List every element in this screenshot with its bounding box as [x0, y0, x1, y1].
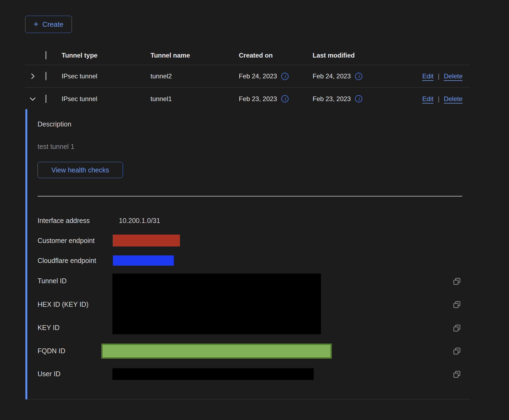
- copy-hex-id-button[interactable]: [453, 300, 461, 309]
- customer-endpoint-label: Customer endpoint: [38, 236, 95, 245]
- fqdn-id-redaction: [101, 344, 332, 359]
- delete-link[interactable]: Delete: [444, 95, 463, 103]
- section-divider: [38, 196, 462, 196]
- header-created-on: Created on: [239, 52, 313, 59]
- cell-last-modified: Feb 23, 2023: [313, 95, 351, 103]
- copy-icon: [453, 306, 461, 310]
- chevron-down-icon: [29, 95, 37, 103]
- user-id-redaction: [112, 368, 314, 380]
- copy-fqdn-id-button[interactable]: [453, 347, 461, 355]
- tunnels-table: Tunnel type Tunnel name Created on Last …: [25, 46, 470, 110]
- table-row: IPsec tunnel tunnel1 Feb 23, 2023 Feb 23…: [25, 88, 470, 110]
- create-button-label: Create: [42, 20, 63, 29]
- header-tunnel-type: Tunnel type: [62, 52, 150, 59]
- row-checkbox[interactable]: [45, 95, 46, 103]
- copy-icon: [453, 329, 461, 333]
- cell-tunnel-name: tunnel1: [150, 95, 239, 103]
- key-id-label: KEY ID: [38, 324, 60, 332]
- info-circle-icon[interactable]: [281, 73, 289, 80]
- info-circle-icon[interactable]: [355, 73, 362, 80]
- plus-icon: +: [34, 20, 39, 28]
- user-id-label: User ID: [38, 370, 61, 378]
- ipsec-tunnels-page: + Create Tunnel type Tunnel name Created…: [0, 0, 509, 420]
- cell-created-on: Feb 24, 2023: [239, 72, 277, 80]
- description-value: test tunnel 1: [38, 143, 74, 151]
- customer-endpoint-redaction: [113, 235, 180, 246]
- view-health-checks-button[interactable]: View health checks: [38, 162, 123, 178]
- table-header-row: Tunnel type Tunnel name Created on Last …: [25, 46, 470, 65]
- copy-tunnel-id-button[interactable]: [453, 277, 461, 286]
- collapse-row-button[interactable]: [25, 95, 45, 103]
- expand-row-button[interactable]: [25, 72, 45, 80]
- row-checkbox[interactable]: [45, 72, 46, 80]
- cell-tunnel-type: IPsec tunnel: [62, 95, 150, 103]
- chevron-right-icon: [29, 72, 37, 80]
- edit-link[interactable]: Edit: [422, 95, 433, 103]
- actions-separator: |: [438, 95, 439, 103]
- table-row: IPsec tunnel tunnel2 Feb 24, 2023 Feb 24…: [25, 65, 470, 88]
- cloudflare-endpoint-label: Cloudflare endpoint: [38, 256, 96, 265]
- tunnel-hex-key-id-redaction: [112, 274, 321, 334]
- info-circle-icon[interactable]: [281, 95, 289, 102]
- cell-tunnel-type: IPsec tunnel: [62, 72, 150, 80]
- delete-link[interactable]: Delete: [444, 72, 463, 80]
- interface-address-value: 10.200.1.0/31: [119, 216, 160, 225]
- cloudflare-endpoint-redaction: [113, 255, 174, 266]
- header-last-modified: Last modified: [313, 52, 416, 59]
- copy-icon: [453, 375, 461, 379]
- tunnel-details-panel: Description test tunnel 1 View health ch…: [25, 109, 470, 399]
- header-tunnel-name: Tunnel name: [150, 52, 239, 59]
- cell-last-modified: Feb 24, 2023: [313, 72, 351, 80]
- fqdn-id-label: FQDN ID: [38, 347, 65, 355]
- cell-created-on: Feb 23, 2023: [239, 95, 277, 103]
- hex-id-label: HEX ID (KEY ID): [38, 300, 88, 308]
- cell-tunnel-name: tunnel2: [150, 72, 239, 80]
- description-label: Description: [38, 120, 71, 128]
- info-circle-icon[interactable]: [355, 95, 362, 102]
- actions-separator: |: [438, 72, 439, 80]
- create-button[interactable]: + Create: [25, 16, 72, 33]
- copy-key-id-button[interactable]: [453, 324, 461, 332]
- select-all-checkbox[interactable]: [45, 51, 46, 59]
- interface-address-label: Interface address: [38, 216, 90, 225]
- copy-icon: [453, 282, 461, 286]
- copy-icon: [453, 352, 461, 356]
- copy-user-id-button[interactable]: [453, 370, 461, 379]
- edit-link[interactable]: Edit: [422, 72, 433, 80]
- tunnel-id-label: Tunnel ID: [38, 277, 66, 285]
